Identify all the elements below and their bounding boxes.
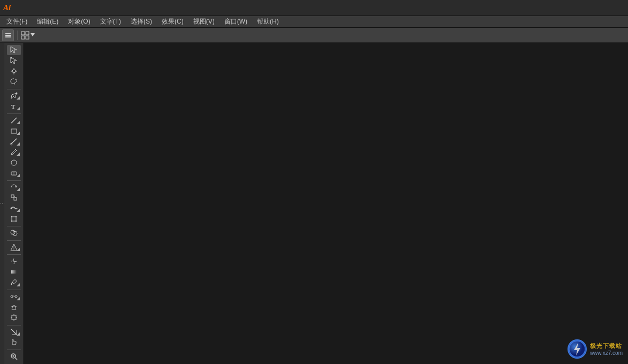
svg-rect-41 [12, 315, 16, 320]
svg-point-38 [11, 295, 13, 298]
live-paint-bucket-tool[interactable] [7, 302, 21, 312]
tool-separator [7, 180, 21, 181]
paint-brush-tool[interactable] [7, 136, 21, 147]
watermark: 极光下载站 www.xz7.com [568, 339, 623, 359]
mesh-tool[interactable] [7, 256, 21, 267]
menu-item-help[interactable]: 帮助(H) [253, 16, 283, 27]
rect-tool[interactable] [7, 126, 21, 136]
line-tool[interactable] [7, 116, 21, 126]
title-bar: Ai [0, 0, 628, 16]
tool-separator [7, 113, 21, 114]
selection-tool[interactable] [7, 45, 21, 55]
ai-logo: Ai [3, 4, 11, 12]
svg-rect-28 [11, 216, 12, 217]
direct-selection-tool[interactable] [7, 56, 21, 66]
toolbar-grid-btn[interactable] [21, 31, 35, 40]
tool-separator [7, 254, 21, 255]
tool-separator [7, 350, 21, 350]
scale-tool[interactable] [7, 193, 21, 203]
svg-rect-27 [12, 217, 16, 221]
menu-item-text[interactable]: 文字(T) [96, 16, 125, 27]
blend-tool[interactable] [7, 292, 21, 302]
svg-rect-36 [11, 270, 17, 274]
blob-brush-tool[interactable] [7, 157, 21, 168]
toolbox-handle[interactable]: ⋮ [0, 43, 4, 364]
zoom-tool[interactable] [7, 352, 21, 362]
hand-tool[interactable] [7, 337, 21, 347]
rotate-tool[interactable] [7, 182, 21, 192]
magic-wand-tool[interactable] [7, 66, 21, 76]
menu-item-file[interactable]: 文件(F) [2, 16, 32, 27]
tool-separator [7, 240, 21, 241]
svg-rect-5 [21, 36, 25, 39]
svg-line-17 [11, 118, 17, 123]
svg-rect-6 [26, 36, 29, 39]
svg-point-15 [16, 92, 17, 94]
svg-rect-24 [14, 198, 17, 200]
svg-line-14 [14, 84, 15, 85]
gradient-tool[interactable] [7, 267, 21, 277]
svg-marker-7 [31, 33, 35, 36]
svg-point-26 [10, 208, 12, 209]
toolbox: T [4, 43, 24, 364]
artboard-tool[interactable] [7, 313, 21, 323]
main-area: ⋮ T 极光下载站 [0, 43, 628, 364]
pen-tool[interactable] [7, 90, 21, 101]
svg-rect-29 [16, 216, 17, 217]
svg-rect-4 [26, 32, 29, 35]
shape-builder-tool[interactable] [7, 228, 21, 238]
menu-item-view[interactable]: 视图(V) [189, 16, 219, 27]
toolbar-bar [0, 28, 628, 43]
svg-line-47 [15, 358, 17, 360]
tool-separator [7, 290, 21, 290]
menu-item-window[interactable]: 窗口(W) [220, 16, 252, 27]
slice-tool[interactable] [7, 327, 21, 337]
menu-item-object[interactable]: 对象(O) [64, 16, 94, 27]
watermark-line2: www.xz7.com [590, 350, 623, 356]
watermark-text: 极光下载站 www.xz7.com [590, 342, 623, 356]
menu-item-edit[interactable]: 编辑(E) [33, 16, 63, 27]
svg-rect-30 [11, 221, 12, 222]
menu-item-effect[interactable]: 效果(C) [157, 16, 188, 27]
svg-rect-0 [5, 33, 11, 34]
svg-rect-18 [11, 129, 17, 133]
menu-item-select[interactable]: 选择(S) [126, 16, 156, 27]
perspective-grid-tool[interactable] [7, 242, 21, 252]
svg-rect-2 [5, 36, 11, 37]
canvas-area[interactable]: 极光下载站 www.xz7.com [24, 43, 628, 364]
svg-text:T: T [11, 103, 16, 110]
watermark-logo [568, 339, 587, 359]
toolbar-separator-1 [17, 31, 18, 40]
eyedropper-tool[interactable] [7, 277, 21, 287]
svg-point-8 [10, 57, 12, 59]
tool-separator [7, 89, 21, 89]
svg-point-39 [15, 295, 17, 298]
svg-rect-3 [21, 32, 25, 35]
menu-bar: 文件(F)编辑(E)对象(O)文字(T)选择(S)效果(C)视图(V)窗口(W)… [0, 16, 628, 28]
watermark-line1: 极光下载站 [590, 342, 623, 350]
type-tool[interactable]: T [7, 101, 21, 111]
svg-rect-1 [5, 35, 11, 36]
svg-point-13 [12, 70, 16, 73]
pencil-tool[interactable] [7, 147, 21, 157]
tool-separator [7, 325, 21, 325]
eraser-tool[interactable] [7, 168, 21, 178]
svg-line-37 [11, 282, 12, 285]
svg-rect-23 [11, 195, 14, 198]
tool-separator [7, 226, 21, 226]
svg-rect-31 [16, 221, 17, 222]
warp-tool[interactable] [7, 203, 21, 214]
toolbar-toggle[interactable] [2, 29, 14, 41]
lasso-tool[interactable] [7, 77, 21, 87]
free-transform-tool[interactable] [7, 214, 21, 224]
